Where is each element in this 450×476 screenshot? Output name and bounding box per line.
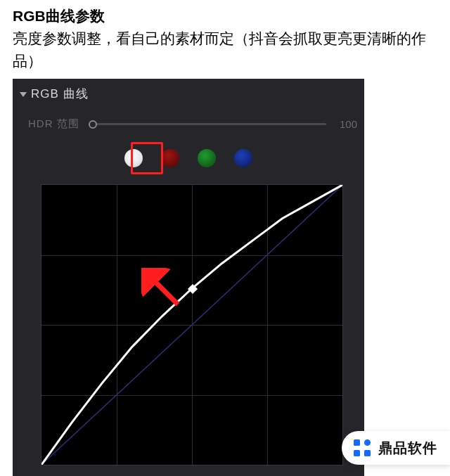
baseline-curve bbox=[41, 185, 342, 465]
hdr-range-row: HDR 范围 100 bbox=[13, 108, 364, 136]
svg-line-1 bbox=[150, 276, 178, 304]
curve-canvas[interactable] bbox=[41, 185, 342, 465]
svg-rect-2 bbox=[354, 439, 360, 446]
channel-white-button[interactable] bbox=[124, 149, 143, 167]
channel-blue-button[interactable] bbox=[234, 149, 252, 167]
section-header[interactable]: RGB 曲线 bbox=[13, 79, 364, 108]
svg-rect-4 bbox=[354, 450, 360, 456]
watermark-logo-icon bbox=[352, 437, 373, 458]
section-title: RGB 曲线 bbox=[31, 86, 89, 102]
hdr-range-value: 100 bbox=[333, 118, 357, 130]
watermark-badge: 鼎品软件 bbox=[342, 431, 450, 465]
curve-editor[interactable] bbox=[41, 184, 343, 465]
page-title: RGB曲线参数 bbox=[13, 6, 437, 26]
svg-rect-3 bbox=[364, 439, 371, 446]
chevron-down-icon bbox=[20, 92, 27, 97]
channel-green-button[interactable] bbox=[198, 149, 216, 167]
page-subtitle: 亮度参数调整，看自己的素材而定（抖音会抓取更亮更清晰的作品） bbox=[13, 27, 437, 72]
hdr-range-label: HDR 范围 bbox=[28, 117, 79, 131]
watermark-text: 鼎品软件 bbox=[378, 439, 437, 458]
rgb-curves-panel: RGB 曲线 HDR 范围 100 bbox=[13, 79, 364, 476]
svg-rect-5 bbox=[364, 450, 371, 456]
channel-selector bbox=[13, 136, 364, 174]
channel-red-button[interactable] bbox=[161, 149, 179, 167]
hdr-range-slider[interactable] bbox=[89, 123, 326, 125]
annotation-arrow-icon bbox=[141, 268, 184, 310]
slider-handle-icon[interactable] bbox=[89, 120, 97, 129]
